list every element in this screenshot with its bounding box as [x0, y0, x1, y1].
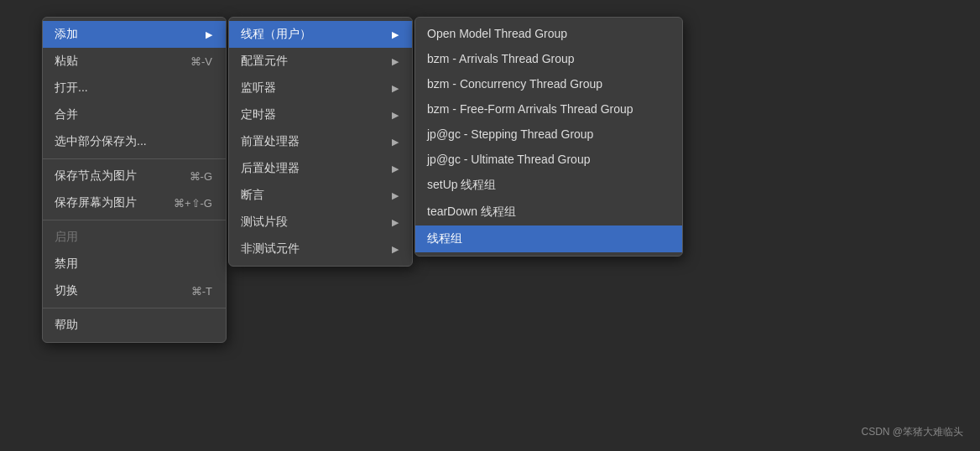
menu-item-toggle[interactable]: 切换⌘-T [43, 277, 226, 304]
arrow-icon-listener: ▶ [392, 83, 399, 94]
arrow-icon-post-processor: ▶ [392, 163, 399, 174]
arrow-icon-thread-user: ▶ [392, 29, 399, 40]
menu-item-label-bzm-arrivals: bzm - Arrivals Thread Group [427, 52, 669, 65]
arrow-icon-assertion: ▶ [392, 190, 399, 201]
menu-item-bzm-arrivals[interactable]: bzm - Arrivals Thread Group [415, 46, 682, 71]
menu-item-save-node-image[interactable]: 保存节点为图片⌘-G [43, 163, 226, 189]
menu-item-label-jpgc-stepping: jp@gc - Stepping Thread Group [427, 127, 669, 141]
arrow-icon-add: ▶ [206, 29, 212, 40]
menu-item-label-add: 添加 [55, 27, 197, 42]
menu-item-label-merge: 合并 [55, 107, 212, 122]
menu-item-save-screen-image[interactable]: 保存屏幕为图片⌘+⇧-G [43, 189, 226, 216]
watermark: CSDN @笨猪大难临头 [861, 425, 963, 439]
menu-item-label-assertion: 断言 [241, 188, 383, 203]
menu-item-timer[interactable]: 定时器▶ [229, 101, 412, 128]
menu-item-label-non-test-element: 非测试元件 [241, 241, 383, 257]
menu-item-enable: 启用 [43, 224, 226, 251]
menu-item-label-listener: 监听器 [241, 80, 383, 96]
menu-level1: 添加▶粘贴⌘-V打开...合并选中部分保存为...保存节点为图片⌘-G保存屏幕为… [42, 17, 227, 343]
menu-item-add[interactable]: 添加▶ [43, 21, 226, 48]
menu-item-label-bzm-free-form: bzm - Free-Form Arrivals Thread Group [427, 102, 669, 116]
arrow-icon-pre-processor: ▶ [392, 137, 399, 148]
menu-item-jpgc-stepping[interactable]: jp@gc - Stepping Thread Group [415, 122, 682, 147]
menu-item-bzm-concurrency[interactable]: bzm - Concurrency Thread Group [415, 71, 682, 96]
menu-item-label-setup-thread-group: setUp 线程组 [427, 178, 669, 193]
menu-item-label-timer: 定时器 [241, 107, 383, 122]
menu-item-label-pre-processor: 前置处理器 [241, 134, 383, 149]
menu-item-thread-group[interactable]: 线程组 [415, 226, 682, 252]
menu-item-help[interactable]: 帮助 [43, 312, 226, 339]
arrow-icon-timer: ▶ [392, 110, 399, 121]
menu-item-label-config-element: 配置元件 [241, 54, 383, 69]
menu-item-label-toggle: 切换 [55, 283, 166, 298]
menu-item-test-fragment[interactable]: 测试片段▶ [229, 209, 412, 236]
menu-item-thread-user[interactable]: 线程（用户）▶ [229, 21, 412, 48]
arrow-icon-test-fragment: ▶ [392, 217, 399, 228]
menu-item-label-teardown-thread-group: tearDown 线程组 [427, 205, 669, 220]
menu-item-label-post-processor: 后置处理器 [241, 161, 383, 176]
menu-item-label-test-fragment: 测试片段 [241, 215, 383, 230]
arrow-icon-non-test-element: ▶ [392, 244, 399, 255]
menu-item-label-enable: 启用 [55, 230, 212, 245]
menu-item-label-save-node-image: 保存节点为图片 [55, 168, 164, 184]
menu-item-teardown-thread-group[interactable]: tearDown 线程组 [415, 199, 682, 226]
arrow-icon-config-element: ▶ [392, 56, 399, 67]
menu-item-label-disable: 禁用 [55, 257, 212, 272]
menu-item-label-save-selected: 选中部分保存为... [55, 134, 212, 149]
menu-item-listener[interactable]: 监听器▶ [229, 75, 412, 101]
menu-item-save-selected[interactable]: 选中部分保存为... [43, 128, 226, 155]
menu-item-paste[interactable]: 粘贴⌘-V [43, 48, 226, 75]
menu-item-disable[interactable]: 禁用 [43, 251, 226, 277]
menu-item-pre-processor[interactable]: 前置处理器▶ [229, 128, 412, 155]
menu-item-jpgc-ultimate[interactable]: jp@gc - Ultimate Thread Group [415, 147, 682, 172]
menu-item-label-open: 打开... [55, 80, 212, 96]
shortcut-save-node-image: ⌘-G [190, 170, 212, 183]
menu-item-label-open-model-thread-group: Open Model Thread Group [427, 27, 669, 40]
menu-item-post-processor[interactable]: 后置处理器▶ [229, 155, 412, 182]
menu-item-config-element[interactable]: 配置元件▶ [229, 48, 412, 75]
menu-item-label-save-screen-image: 保存屏幕为图片 [55, 195, 149, 210]
menu-item-merge[interactable]: 合并 [43, 101, 226, 128]
shortcut-save-screen-image: ⌘+⇧-G [174, 197, 212, 210]
menu-item-label-jpgc-ultimate: jp@gc - Ultimate Thread Group [427, 153, 669, 166]
menus-container: 添加▶粘贴⌘-V打开...合并选中部分保存为...保存节点为图片⌘-G保存屏幕为… [42, 17, 683, 343]
menu-item-label-help: 帮助 [55, 318, 212, 333]
menu-divider [43, 158, 226, 159]
menu-item-non-test-element[interactable]: 非测试元件▶ [229, 236, 412, 262]
menu-divider [43, 308, 226, 308]
menu-item-open-model-thread-group[interactable]: Open Model Thread Group [415, 21, 682, 46]
menu-item-label-bzm-concurrency: bzm - Concurrency Thread Group [427, 77, 669, 91]
menu-item-setup-thread-group[interactable]: setUp 线程组 [415, 172, 682, 199]
shortcut-toggle: ⌘-T [191, 285, 212, 298]
menu-item-label-paste: 粘贴 [55, 54, 165, 69]
shortcut-paste: ⌘-V [190, 55, 212, 68]
menu-level3: Open Model Thread Groupbzm - Arrivals Th… [414, 17, 683, 257]
menu-item-assertion[interactable]: 断言▶ [229, 182, 412, 209]
menu-item-label-thread-group: 线程组 [427, 231, 669, 246]
menu-item-bzm-free-form[interactable]: bzm - Free-Form Arrivals Thread Group [415, 96, 682, 122]
menu-item-open[interactable]: 打开... [43, 75, 226, 101]
menu-level2: 线程（用户）▶配置元件▶监听器▶定时器▶前置处理器▶后置处理器▶断言▶测试片段▶… [228, 17, 413, 267]
menu-item-label-thread-user: 线程（用户） [241, 27, 383, 42]
menu-divider [43, 220, 226, 220]
